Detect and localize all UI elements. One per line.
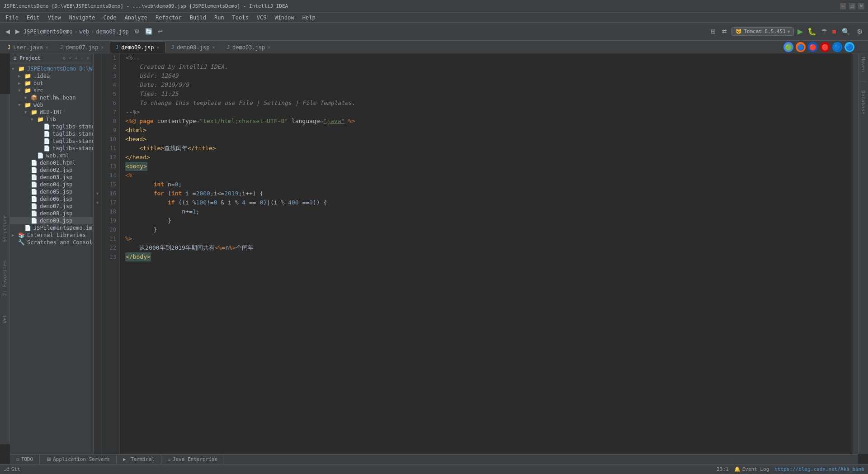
- terminal-icon: ▶_: [123, 456, 129, 462]
- tree-label-out: out: [33, 80, 43, 86]
- debug-button[interactable]: 🐛: [807, 26, 817, 37]
- menu-analyze[interactable]: Analyze: [121, 14, 151, 22]
- tab-close-demo08[interactable]: ✕: [212, 45, 215, 50]
- tree-src[interactable]: ▼ 📁 src: [10, 87, 93, 94]
- browser-firefox-icon[interactable]: 🔵: [796, 42, 806, 52]
- tab-demo08[interactable]: J demo08.jsp ✕: [165, 41, 221, 53]
- tree-demo06[interactable]: 📄 demo06.jsp: [10, 195, 93, 203]
- breadcrumb-web[interactable]: web: [80, 28, 90, 35]
- browser-opera-icon[interactable]: 🔴: [820, 42, 830, 52]
- tree-demo09[interactable]: 📄 demo09.jsp: [10, 217, 93, 224]
- menu-edit[interactable]: Edit: [23, 14, 43, 22]
- tree-demo03[interactable]: 📄 demo03.jsp: [10, 174, 93, 181]
- tree-demo04[interactable]: 📄 demo04.jsp: [10, 181, 93, 188]
- menu-tools[interactable]: Tools: [229, 14, 252, 22]
- tree-package[interactable]: ▼ 📦 net.hw.bean: [10, 94, 93, 101]
- menu-run[interactable]: Run: [211, 14, 228, 22]
- tree-demo01[interactable]: 📄 demo01.html: [10, 159, 93, 166]
- event-log[interactable]: 🔔 Event Log: [734, 466, 769, 472]
- web-tab[interactable]: Web: [2, 314, 8, 323]
- run-button[interactable]: ▶: [797, 26, 804, 37]
- tree-demo05[interactable]: 📄 demo05.jsp: [10, 188, 93, 195]
- close-button[interactable]: ✕: [858, 3, 864, 9]
- tab-demo09[interactable]: J demo09.jsp ✕: [110, 41, 165, 53]
- tree-demo07[interactable]: 📄 demo07.jsp: [10, 203, 93, 210]
- tree-demo08[interactable]: 📄 demo08.jsp: [10, 210, 93, 217]
- tree-scratches[interactable]: 🔧 Scratches and Consoles: [10, 239, 93, 246]
- coverage-button[interactable]: ☂: [820, 26, 828, 37]
- menu-vcs[interactable]: VCS: [253, 14, 270, 22]
- cursor-position[interactable]: 23:1: [717, 466, 729, 472]
- menu-refactor[interactable]: Refactor: [152, 14, 185, 22]
- tab-close-demo03[interactable]: ✕: [268, 45, 270, 50]
- code-empty-area[interactable]: [125, 261, 847, 442]
- tree-ext-libs[interactable]: ▶ 📚 External Libraries: [10, 232, 93, 239]
- forward-button[interactable]: ▶: [14, 27, 22, 36]
- code-line-19: }: [125, 216, 847, 225]
- menu-navigate[interactable]: Navigate: [66, 14, 99, 22]
- back-button[interactable]: ◀: [4, 27, 12, 36]
- favorites-tab[interactable]: 2: Favorites: [2, 260, 8, 296]
- tree-root[interactable]: ▼ 📁 JSPElementsDemo D:\WEB\: [10, 65, 93, 72]
- tree-lib[interactable]: ▼ 📁 lib: [10, 116, 93, 123]
- tab-user-java[interactable]: J User.java ✕: [2, 41, 54, 53]
- linenum-7: 7: [102, 108, 116, 117]
- breadcrumb-file[interactable]: demo09.jsp: [96, 28, 129, 35]
- tree-taglibs4[interactable]: 📄 taglibs-standard-...: [10, 145, 93, 152]
- tree-out[interactable]: ▶ 📁 out: [10, 80, 93, 87]
- tree-iml[interactable]: 📄 JSPElementsDemo.iml: [10, 224, 93, 232]
- toolbar-revert[interactable]: ↩: [156, 27, 165, 36]
- browser-chrome-icon[interactable]: 🟢: [783, 42, 793, 52]
- stop-button[interactable]: ■: [831, 27, 837, 37]
- tree-demo02[interactable]: 📄 demo02.jsp: [10, 166, 93, 174]
- tree-taglibs3[interactable]: 📄 taglibs-standard-...: [10, 137, 93, 145]
- tab-demo03[interactable]: J demo03.jsp ✕: [221, 41, 276, 53]
- tree-taglibs1[interactable]: 📄 taglibs-standard-...: [10, 123, 93, 130]
- browser-ie-icon[interactable]: 🔴: [808, 42, 818, 52]
- code-content[interactable]: <%-- Created by IntelliJ IDEA. User: 126…: [120, 53, 853, 454]
- line-numbers: 1 2 3 4 5 6 7 8 9 10 11 12 13 14 15 16 1: [102, 53, 119, 454]
- menu-view[interactable]: View: [44, 14, 65, 22]
- tab-close-demo07[interactable]: ✕: [101, 45, 104, 50]
- vertical-scrollbar[interactable]: [853, 53, 858, 454]
- layout-toggle[interactable]: ⊞: [709, 27, 717, 36]
- status-url[interactable]: https://blog.csdn.net/Aka_bane: [774, 466, 864, 472]
- tree-label-demo03: demo03.jsp: [40, 174, 72, 180]
- breadcrumb-project[interactable]: JSPElementsDemo: [24, 28, 72, 35]
- java-enterprise-label: Java Enterprise: [173, 456, 217, 462]
- expand-toggle[interactable]: ⇄: [720, 27, 729, 36]
- app-servers-tab[interactable]: 🖥 Application Servers: [40, 455, 117, 464]
- settings-button[interactable]: ⚙: [855, 27, 864, 37]
- menu-build[interactable]: Build: [186, 14, 210, 22]
- menu-file[interactable]: File: [2, 14, 22, 22]
- tree-web[interactable]: ▼ 📁 web: [10, 101, 93, 109]
- tab-divider: [859, 81, 867, 81]
- tab-demo07[interactable]: J demo07.jsp ✕: [54, 41, 110, 53]
- menu-code[interactable]: Code: [100, 14, 120, 22]
- maven-tab[interactable]: Maven: [860, 57, 866, 72]
- database-tab[interactable]: Database: [860, 90, 866, 114]
- todo-tab[interactable]: ☑ TODO: [10, 455, 40, 464]
- browser-edge-icon[interactable]: 🔵: [832, 42, 842, 52]
- tree-webxml[interactable]: 📄 web.xml: [10, 152, 93, 159]
- minimize-button[interactable]: ─: [840, 3, 846, 9]
- run-configuration[interactable]: 🐱 Tomcat 8.5.451 ▼: [731, 27, 794, 36]
- tab-close-user-java[interactable]: ✕: [46, 45, 48, 50]
- menu-window[interactable]: Window: [271, 14, 297, 22]
- search-button[interactable]: 🔍: [840, 27, 852, 37]
- toolbar-settings[interactable]: ⚙: [132, 27, 142, 36]
- status-git[interactable]: ⎇ Git: [4, 466, 20, 472]
- tree-taglibs2[interactable]: 📄 taglibs-standard-...: [10, 130, 93, 137]
- terminal-tab[interactable]: ▶_ Terminal: [117, 455, 161, 464]
- structure-tab[interactable]: Structure: [2, 215, 8, 242]
- tree-idea[interactable]: ▶ 📁 .idea: [10, 72, 93, 80]
- tab-icon-demo07: J: [60, 44, 63, 50]
- code-line-7: --%>: [125, 108, 847, 117]
- menu-help[interactable]: Help: [299, 14, 319, 22]
- java-enterprise-tab[interactable]: ☕ Java Enterprise: [161, 455, 224, 464]
- browser-safari-icon[interactable]: 🔵: [844, 42, 854, 52]
- maximize-button[interactable]: □: [849, 3, 855, 9]
- tab-close-demo09[interactable]: ✕: [156, 45, 159, 50]
- tree-webinf[interactable]: ▼ 📁 WEB-INF: [10, 109, 93, 116]
- toolbar-sync[interactable]: 🔄: [143, 27, 154, 36]
